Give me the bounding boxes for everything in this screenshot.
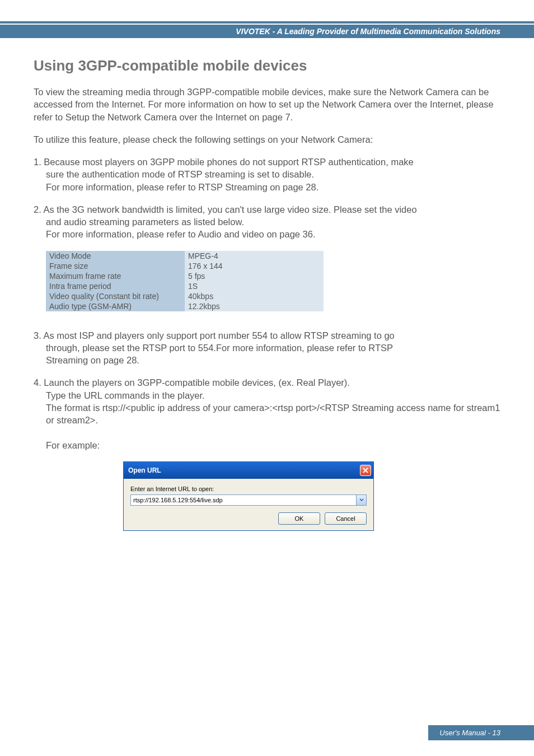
intro-paragraph-2: To utilize this feature, please check th… [34, 133, 500, 146]
list-item-1-line1: 1. Because most players on 3GPP mobile p… [34, 157, 414, 167]
header-brand: VIVOTEK - A Leading Provider of Multimed… [0, 25, 534, 38]
table-label: Video Mode [46, 251, 185, 261]
table-row: Video ModeMPEG-4 [46, 251, 324, 261]
list-item-1-line3: For more information, please refer to RT… [46, 181, 500, 193]
intro-paragraph-1: To view the streaming media through 3GPP… [34, 86, 500, 123]
dialog-buttons: OK Cancel [130, 512, 367, 525]
table-label: Maximum frame rate [46, 271, 185, 281]
url-label: Enter an Internet URL to open: [130, 486, 367, 492]
chevron-down-icon [359, 498, 364, 502]
list-item-2-line3: For more information, please refer to Au… [46, 228, 500, 240]
table-value: 176 x 144 [185, 261, 324, 271]
page-title: Using 3GPP-compatible mobile devices [34, 57, 500, 74]
table-value: MPEG-4 [185, 251, 324, 261]
table-label: Audio type (GSM-AMR) [46, 301, 185, 311]
dialog-titlebar: Open URL [124, 462, 373, 479]
url-input[interactable] [130, 494, 357, 506]
list-item-1: 1. Because most players on 3GPP mobile p… [34, 156, 500, 193]
list-item-2: 2. As the 3G network bandwidth is limite… [34, 203, 500, 241]
list-item-4-line4: For example: [46, 439, 500, 451]
close-icon [363, 467, 368, 474]
list-item-2-line1: 2. As the 3G network bandwidth is limite… [34, 204, 417, 214]
list-item-4-line2: Type the URL commands in the player. [46, 389, 500, 402]
cancel-button[interactable]: Cancel [325, 512, 367, 525]
url-row [130, 494, 367, 506]
open-url-dialog: Open URL Enter an Internet URL to open: … [123, 461, 374, 531]
table-label: Intra frame period [46, 281, 185, 291]
table-label: Frame size [46, 261, 185, 271]
table-row: Video quality (Constant bit rate)40kbps [46, 291, 324, 301]
settings-table: Video ModeMPEG-4 Frame size176 x 144 Max… [46, 251, 324, 311]
list-item-4-line1: 4. Launch the players on 3GPP-compatible… [34, 377, 350, 388]
table-value: 5 fps [185, 271, 324, 281]
list-item-3-line2: through, please set the RTSP port to 554… [46, 342, 500, 354]
content-area: Using 3GPP-compatible mobile devices To … [0, 38, 534, 531]
table-row: Frame size176 x 144 [46, 261, 324, 271]
list-item-3: 3. As most ISP and players only support … [34, 329, 500, 367]
table-label: Video quality (Constant bit rate) [46, 291, 185, 301]
dialog-title: Open URL [128, 466, 161, 474]
list-item-4: 4. Launch the players on 3GPP-compatible… [34, 376, 500, 451]
table-row: Intra frame period1S [46, 281, 324, 291]
dialog-body: Enter an Internet URL to open: OK Cancel [124, 479, 373, 530]
table-value: 1S [185, 281, 324, 291]
list-item-2-line2: and audio streaming parameters as listed… [46, 216, 500, 228]
table-value: 40kbps [185, 291, 324, 301]
table-value: 12.2kbps [185, 301, 324, 311]
list-item-3-line1: 3. As most ISP and players only support … [34, 330, 395, 340]
list-item-1-line2: sure the authentication mode of RTSP str… [46, 168, 500, 180]
ok-button[interactable]: OK [278, 512, 320, 525]
url-dropdown-button[interactable] [357, 494, 367, 506]
footer-page-label: User's Manual - 13 [428, 725, 534, 740]
header-top-rule [0, 21, 534, 24]
table-row: Audio type (GSM-AMR)12.2kbps [46, 301, 324, 311]
list-item-3-line3: Streaming on page 28. [46, 354, 500, 366]
table-row: Maximum frame rate5 fps [46, 271, 324, 281]
list-item-4-line3: The format is rtsp://<public ip address … [46, 402, 500, 427]
close-button[interactable] [360, 465, 371, 476]
